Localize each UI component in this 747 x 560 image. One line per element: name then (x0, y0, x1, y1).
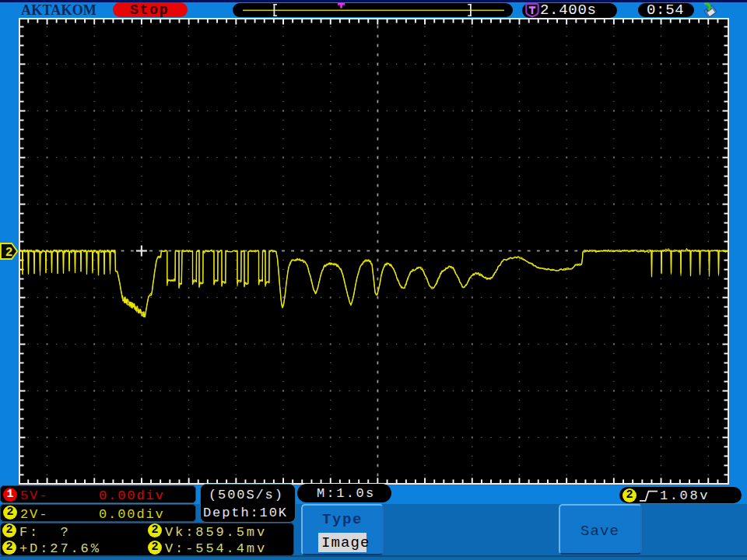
svg-text:2: 2 (5, 246, 13, 260)
